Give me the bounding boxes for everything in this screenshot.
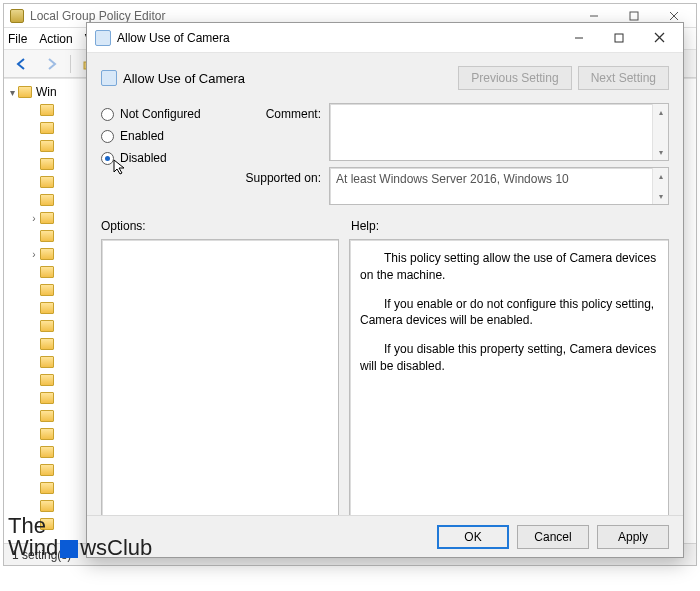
folder-icon	[40, 266, 54, 278]
tree-root-node[interactable]: ▾Win	[6, 83, 91, 101]
tree-folder-node[interactable]	[6, 353, 91, 371]
gpedit-app-icon	[10, 9, 24, 23]
folder-icon	[40, 284, 54, 296]
toolbar-forward-button[interactable]	[40, 53, 64, 75]
tree-folder-node[interactable]	[6, 389, 91, 407]
tree-folder-node[interactable]	[6, 317, 91, 335]
folder-icon	[40, 464, 54, 476]
folder-icon	[40, 374, 54, 386]
dialog-titlebar[interactable]: Allow Use of Camera	[87, 23, 683, 53]
tree-folder-node[interactable]	[6, 425, 91, 443]
policy-dialog: Allow Use of Camera Allow Use of Camera …	[86, 22, 684, 558]
folder-icon	[40, 500, 54, 512]
dialog-body: Allow Use of Camera Previous Setting Nex…	[87, 53, 683, 515]
scroll-up-icon[interactable]: ▴	[653, 168, 668, 184]
tree-folder-node[interactable]	[6, 101, 91, 119]
radio-icon	[101, 130, 114, 143]
tree-folder-node[interactable]	[6, 155, 91, 173]
menu-file[interactable]: File	[8, 32, 27, 46]
arrow-right-icon	[45, 57, 59, 71]
folder-icon	[40, 248, 54, 260]
dialog-close-button[interactable]	[639, 24, 679, 52]
tree-folder-node[interactable]	[6, 479, 91, 497]
tree-folder-node[interactable]	[6, 515, 91, 533]
tree-folder-node[interactable]	[6, 137, 91, 155]
comment-textbox[interactable]: ▴ ▾	[329, 103, 669, 161]
help-label: Help:	[351, 219, 669, 233]
dialog-header-text: Allow Use of Camera	[123, 71, 245, 86]
tree-folder-node[interactable]	[6, 119, 91, 137]
close-icon	[654, 32, 665, 43]
folder-icon	[40, 194, 54, 206]
radio-icon	[101, 152, 114, 165]
folder-icon	[18, 86, 32, 98]
gpedit-tree[interactable]: ▾Win››	[4, 79, 94, 543]
tree-folder-node[interactable]	[6, 191, 91, 209]
help-panel[interactable]: This policy setting allow the use of Cam…	[349, 239, 669, 517]
ok-button[interactable]: OK	[437, 525, 509, 549]
tree-folder-node[interactable]	[6, 407, 91, 425]
tree-folder-node[interactable]: ›	[6, 245, 91, 263]
comment-label: Comment:	[241, 103, 321, 121]
folder-icon	[40, 104, 54, 116]
folder-icon	[40, 320, 54, 332]
radio-label: Disabled	[120, 151, 167, 165]
svg-rect-8	[615, 34, 623, 42]
status-text: 1 setting(s)	[12, 548, 71, 562]
tree-folder-node[interactable]	[6, 461, 91, 479]
cancel-button[interactable]: Cancel	[517, 525, 589, 549]
supported-scrollbar[interactable]: ▴ ▾	[652, 168, 668, 204]
tree-folder-node[interactable]	[6, 281, 91, 299]
folder-icon	[40, 392, 54, 404]
toolbar-back-button[interactable]	[10, 53, 34, 75]
tree-folder-node[interactable]	[6, 263, 91, 281]
tree-folder-node[interactable]	[6, 227, 91, 245]
folder-icon	[40, 176, 54, 188]
comment-scrollbar[interactable]: ▴ ▾	[652, 104, 668, 160]
policy-icon	[101, 70, 117, 86]
minimize-icon	[589, 11, 599, 21]
options-panel[interactable]	[101, 239, 339, 517]
menu-action[interactable]: Action	[39, 32, 72, 46]
next-setting-button[interactable]: Next Setting	[578, 66, 669, 90]
scroll-up-icon[interactable]: ▴	[653, 104, 668, 120]
tree-folder-node[interactable]	[6, 497, 91, 515]
svg-rect-1	[630, 12, 638, 20]
dialog-maximize-button[interactable]	[599, 24, 639, 52]
close-icon	[669, 11, 679, 21]
tree-folder-node[interactable]	[6, 299, 91, 317]
folder-icon	[40, 410, 54, 422]
radio-disabled[interactable]: Disabled	[101, 151, 229, 165]
tree-folder-node[interactable]	[6, 443, 91, 461]
dialog-minimize-button[interactable]	[559, 24, 599, 52]
dialog-footer: OK Cancel Apply	[87, 515, 683, 557]
radio-not-configured[interactable]: Not Configured	[101, 107, 229, 121]
tree-folder-node[interactable]	[6, 335, 91, 353]
apply-button[interactable]: Apply	[597, 525, 669, 549]
radio-label: Not Configured	[120, 107, 201, 121]
tree-folder-node[interactable]: ›	[6, 209, 91, 227]
dialog-title: Allow Use of Camera	[117, 31, 230, 45]
maximize-icon	[629, 11, 639, 21]
maximize-icon	[614, 33, 624, 43]
help-paragraph: If you disable this property setting, Ca…	[360, 341, 658, 375]
folder-icon	[40, 302, 54, 314]
dialog-config-area: Not Configured Enabled Disabled Comment:	[101, 103, 669, 205]
tree-folder-node[interactable]	[6, 173, 91, 191]
options-label: Options:	[101, 219, 339, 233]
radio-enabled[interactable]: Enabled	[101, 129, 229, 143]
supported-text: At least Windows Server 2016, Windows 10	[336, 172, 569, 186]
gpedit-title: Local Group Policy Editor	[30, 9, 165, 23]
help-paragraph: If you enable or do not configure this p…	[360, 296, 658, 330]
scroll-down-icon[interactable]: ▾	[653, 188, 668, 204]
radio-label: Enabled	[120, 129, 164, 143]
previous-setting-button[interactable]: Previous Setting	[458, 66, 571, 90]
folder-icon	[40, 446, 54, 458]
folder-icon	[40, 518, 54, 530]
folder-icon	[40, 212, 54, 224]
folder-icon	[40, 158, 54, 170]
tree-folder-node[interactable]	[6, 371, 91, 389]
scroll-down-icon[interactable]: ▾	[653, 144, 668, 160]
minimize-icon	[574, 33, 584, 43]
help-paragraph: This policy setting allow the use of Cam…	[360, 250, 658, 284]
